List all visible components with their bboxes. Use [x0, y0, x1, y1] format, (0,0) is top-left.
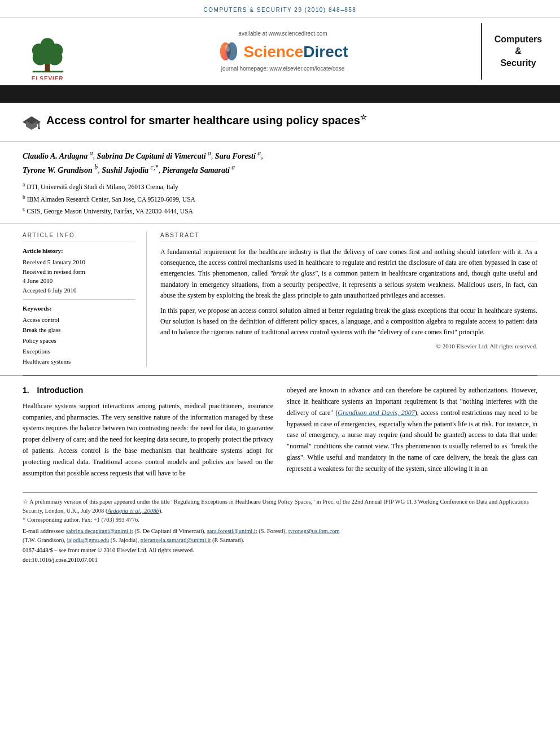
- journal-name: Computers & Security: [495, 34, 542, 69]
- intro-heading: 1. Introduction: [23, 385, 273, 396]
- abstract-col: ABSTRACT A fundamental requirement for t…: [160, 231, 537, 367]
- intro-right-text: obeyed are known in advance and can ther…: [287, 385, 537, 474]
- affiliation-c: c CSIS, George Mason University, Fairfax…: [23, 204, 537, 216]
- abstract-para2: In this paper, we propose an access cont…: [160, 305, 537, 338]
- keywords-label: Keywords:: [23, 304, 135, 313]
- abstract-text: A fundamental requirement for the health…: [160, 247, 537, 338]
- center-header: available at www.sciencedirect.com: [90, 23, 475, 80]
- svg-rect-15: [38, 122, 40, 128]
- intro-left-text: Healthcare systems support interactions …: [23, 401, 273, 479]
- keywords-list: Access control Break the glass Policy sp…: [23, 314, 135, 367]
- email-jajodia[interactable]: jajodia@gmu.edu: [67, 537, 109, 543]
- article-info-col: ARTICLE INFO Article history: Received 5…: [23, 231, 147, 367]
- sciencedirect-logo-container: ScienceDirect: [217, 40, 348, 63]
- history-label: Article history:: [23, 247, 135, 255]
- page: COMPUTERS & SECURITY 29 (2010) 848–858: [0, 0, 560, 747]
- elsevier-logo-box: ELSEVIER: [11, 23, 85, 80]
- rights-line: 0167-4048/$ – see front matter © 2010 El…: [23, 547, 537, 555]
- journal-header-bar: COMPUTERS & SECURITY 29 (2010) 848–858: [0, 0, 560, 18]
- sciencedirect-icon: [217, 40, 240, 63]
- intro-right-col: obeyed are known in advance and can ther…: [287, 385, 537, 483]
- email-footnote: E-mail addresses: sabrina.decapitani@uni…: [23, 527, 537, 546]
- computers-security-box: Computers & Security: [481, 23, 549, 80]
- abstract-heading: ABSTRACT: [160, 231, 537, 242]
- authors-section: Claudio A. Ardagna a, Sabrina De Capitan…: [0, 142, 560, 224]
- graduation-cap-icon: [23, 114, 41, 132]
- star-footnote: ☆ A preliminary version of this paper ap…: [23, 497, 537, 516]
- two-col-section: ARTICLE INFO Article history: Received 5…: [0, 224, 560, 375]
- abstract-para1: A fundamental requirement for the health…: [160, 247, 537, 301]
- top-section: ELSEVIER available at www.sciencedirect.…: [0, 18, 560, 87]
- affiliation-a: a DTI, Università degli Studi di Milano,…: [23, 180, 537, 192]
- doi-line: doi:10.1016/j.cose.2010.07.001: [23, 556, 537, 565]
- footer-notes: ☆ A preliminary version of this paper ap…: [23, 492, 537, 564]
- main-content: 1. Introduction Healthcare systems suppo…: [0, 376, 560, 492]
- article-info-heading: ARTICLE INFO: [23, 231, 135, 242]
- journal-header-text: COMPUTERS & SECURITY 29 (2010) 848–858: [204, 7, 357, 13]
- intro-left-col: 1. Introduction Healthcare systems suppo…: [23, 385, 273, 483]
- email-sara[interactable]: sara.foresti@unimi.it: [207, 528, 257, 534]
- corresponding-footnote: * Corresponding author. Fax: +1 (703) 99…: [23, 516, 537, 525]
- svg-point-16: [38, 127, 40, 129]
- elsevier-tree-logo: ELSEVIER: [14, 23, 82, 80]
- affiliation-b: b IBM Almaden Research Center, San Jose,…: [23, 193, 537, 204]
- article-title-section: Access control for smarter healthcare us…: [0, 103, 560, 142]
- history-dates: Received 5 January 2010 Received in revi…: [23, 257, 135, 295]
- svg-point-8: [40, 38, 54, 53]
- black-bar: [0, 87, 560, 103]
- email-sabrina[interactable]: sabrina.decapitani@unimi.it: [66, 528, 133, 534]
- svg-text:ELSEVIER: ELSEVIER: [32, 76, 64, 80]
- article-title: Access control for smarter healthcare us…: [46, 113, 367, 128]
- journal-homepage: journal homepage: www.elsevier.com/locat…: [221, 65, 344, 73]
- email-pierangela[interactable]: pierangela.samarati@unimi.it: [141, 537, 211, 543]
- affiliation-list: a DTI, Università degli Studi di Milano,…: [23, 180, 537, 216]
- article-title-header: Access control for smarter healthcare us…: [23, 113, 537, 132]
- sciencedirect-text: ScienceDirect: [243, 41, 348, 63]
- authors-line: Claudio A. Ardagna a, Sabrina De Capitan…: [23, 148, 537, 177]
- email-tyroneg[interactable]: tyroneg@us.ibm.com: [288, 528, 340, 534]
- star-marker: ☆: [360, 113, 367, 122]
- copyright-line: © 2010 Elsevier Ltd. All rights reserved…: [160, 342, 537, 351]
- available-text: available at www.sciencedirect.com: [238, 30, 327, 38]
